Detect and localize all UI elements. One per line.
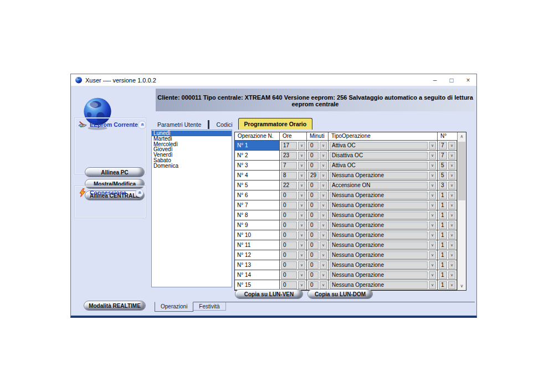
chevron-down-icon[interactable]: ∨ (429, 142, 436, 149)
table-row[interactable]: N° 14 0∨ 0∨ Nessuna Operazione∨ 1∨ (235, 270, 457, 280)
chevron-down-icon[interactable]: ∨ (320, 212, 327, 219)
copia-lun-ven-button[interactable]: Copia su LUN-VEN (235, 289, 303, 299)
chevron-down-icon[interactable]: ∨ (448, 212, 455, 219)
scrollbar-thumb[interactable] (458, 142, 465, 200)
operation-number-cell[interactable]: N° 13 (235, 260, 280, 270)
minuti-select[interactable]: 29∨ (308, 172, 327, 179)
chevron-down-icon[interactable]: ∨ (320, 182, 327, 189)
chevron-down-icon[interactable]: ∨ (298, 241, 305, 249)
chevron-down-icon[interactable]: ∨ (298, 162, 305, 169)
chevron-down-icon[interactable]: ∨ (429, 271, 436, 279)
tipo-operazione-select[interactable]: Nessuna Operazione∨ (330, 241, 436, 249)
operation-number-cell[interactable]: N° 12 (235, 250, 280, 260)
chevron-down-icon[interactable]: ∨ (320, 172, 327, 179)
chevron-down-icon[interactable]: ∨ (298, 172, 305, 179)
chevron-down-icon[interactable]: ∨ (429, 221, 436, 229)
operation-number-cell[interactable]: N° 6 (235, 190, 280, 200)
chevron-down-icon[interactable]: ∨ (298, 271, 305, 279)
chevron-down-icon[interactable]: ∨ (429, 261, 436, 269)
ore-select[interactable]: 0∨ (281, 271, 305, 279)
numero-select[interactable]: 7∨ (439, 142, 455, 149)
chevron-down-icon[interactable]: ∨ (298, 212, 305, 219)
copia-lun-dom-button[interactable]: Copia su LUN-DOM (307, 289, 373, 299)
minuti-select[interactable]: 0∨ (308, 251, 327, 259)
tipo-operazione-select[interactable]: Nessuna Operazione∨ (330, 221, 436, 229)
ore-select[interactable]: 0∨ (281, 231, 305, 239)
ore-select[interactable]: 0∨ (281, 261, 305, 269)
chevron-down-icon[interactable]: ∨ (320, 162, 327, 169)
minuti-select[interactable]: 0∨ (308, 231, 327, 239)
chevron-down-icon[interactable]: ∨ (429, 192, 436, 199)
tipo-operazione-select[interactable]: Attiva OC∨ (330, 142, 436, 149)
chevron-down-icon[interactable]: ∨ (448, 202, 455, 209)
chevron-down-icon[interactable]: ∨ (429, 212, 436, 219)
numero-select[interactable]: 1∨ (439, 271, 455, 279)
chevron-down-icon[interactable]: ∨ (320, 281, 327, 289)
minuti-select[interactable]: 0∨ (308, 212, 327, 219)
minuti-select[interactable]: 0∨ (308, 202, 327, 209)
tipo-operazione-select[interactable]: Nessuna Operazione∨ (330, 251, 436, 259)
tipo-operazione-select[interactable]: Nessuna Operazione∨ (330, 281, 436, 289)
table-row[interactable]: N° 10 0∨ 0∨ Nessuna Operazione∨ 1∨ (235, 230, 457, 240)
numero-select[interactable]: 1∨ (439, 221, 455, 229)
numero-select[interactable]: 5∨ (439, 162, 455, 169)
tipo-operazione-select[interactable]: Disattiva OC∨ (330, 152, 436, 159)
table-row[interactable]: N° 8 0∨ 0∨ Nessuna Operazione∨ 1∨ (235, 210, 457, 220)
tipo-operazione-select[interactable]: Nessuna Operazione∨ (330, 192, 436, 199)
minuti-select[interactable]: 0∨ (308, 142, 327, 149)
ore-select[interactable]: 0∨ (281, 281, 305, 289)
chevron-down-icon[interactable]: ∨ (448, 251, 455, 259)
ore-select[interactable]: 0∨ (281, 221, 305, 229)
chevron-down-icon[interactable]: ∨ (320, 241, 327, 249)
table-row[interactable]: N° 7 0∨ 0∨ Nessuna Operazione∨ 1∨ (235, 200, 457, 210)
chevron-down-icon[interactable]: ∨ (429, 182, 436, 189)
table-row[interactable]: N° 11 0∨ 0∨ Nessuna Operazione∨ 1∨ (235, 240, 457, 250)
table-row[interactable]: N° 6 0∨ 0∨ Nessuna Operazione∨ 1∨ (235, 190, 457, 200)
close-button[interactable]: × (460, 74, 476, 86)
chevron-down-icon[interactable]: ∨ (320, 271, 327, 279)
minuti-select[interactable]: 0∨ (308, 192, 327, 199)
operation-number-cell[interactable]: N° 2 (235, 151, 280, 160)
tab-programmatore-orario[interactable]: Programmatore Orario (238, 118, 313, 130)
numero-select[interactable]: 1∨ (439, 212, 455, 219)
operation-number-cell[interactable]: N° 5 (235, 180, 280, 190)
chevron-down-icon[interactable]: ∨ (298, 281, 305, 289)
ore-select[interactable]: 7∨ (281, 162, 305, 169)
chevron-down-icon[interactable]: ∨ (429, 241, 436, 249)
tipo-operazione-select[interactable]: Nessuna Operazione∨ (330, 261, 436, 269)
minuti-select[interactable]: 0∨ (308, 221, 327, 229)
chevron-down-icon[interactable]: ∨ (429, 281, 436, 289)
chevron-down-icon[interactable]: ∨ (429, 152, 436, 159)
operation-number-cell[interactable]: N° 10 (235, 230, 280, 240)
chevron-down-icon[interactable]: ∨ (298, 261, 305, 269)
chevron-down-icon[interactable]: ∨ (320, 202, 327, 209)
chevron-down-icon[interactable]: ∨ (298, 182, 305, 189)
chevron-down-icon[interactable]: ∨ (448, 261, 455, 269)
ore-select[interactable]: 0∨ (281, 241, 305, 249)
tipo-operazione-select[interactable]: Attiva OC∨ (330, 162, 436, 169)
numero-select[interactable]: 1∨ (439, 281, 455, 289)
chevron-down-icon[interactable]: ∨ (320, 221, 327, 229)
tab-codici[interactable]: Codici (211, 120, 238, 130)
grid-scrollbar[interactable]: ∧ ∨ (457, 132, 466, 290)
table-row[interactable]: N° 4 8∨ 29∨ Nessuna Operazione∨ 5∨ (235, 171, 457, 180)
numero-select[interactable]: 5∨ (439, 172, 455, 179)
operation-number-cell[interactable]: N° 11 (235, 240, 280, 250)
tipo-operazione-select[interactable]: Nessuna Operazione∨ (330, 271, 436, 279)
table-row[interactable]: N° 3 7∨ 0∨ Attiva OC∨ 5∨ (235, 161, 457, 171)
chevron-down-icon[interactable]: ∨ (320, 152, 327, 159)
chevron-down-icon[interactable]: ∨ (429, 251, 436, 259)
days-listbox[interactable]: LunedìMartedìMercoledìGiovedìVenerdìSaba… (151, 130, 232, 287)
chevron-down-icon[interactable]: ∨ (298, 231, 305, 239)
chevron-down-icon[interactable]: ∨ (320, 142, 327, 149)
chevron-down-icon[interactable]: ∨ (298, 142, 305, 149)
chevron-down-icon[interactable]: ∨ (448, 142, 455, 149)
chevron-down-icon[interactable]: ∨ (298, 202, 305, 209)
tab-parametri-utente[interactable]: Parametri Utente (152, 120, 207, 130)
tipo-operazione-select[interactable]: Nessuna Operazione∨ (330, 172, 436, 179)
chevron-down-icon[interactable]: ∨ (320, 231, 327, 239)
maximize-button[interactable]: □ (443, 74, 460, 86)
chevron-down-icon[interactable]: ∨ (429, 162, 436, 169)
table-row[interactable]: N° 2 23∨ 0∨ Disattiva OC∨ 7∨ (235, 151, 457, 161)
tab-festivita[interactable]: Festività (193, 302, 225, 311)
